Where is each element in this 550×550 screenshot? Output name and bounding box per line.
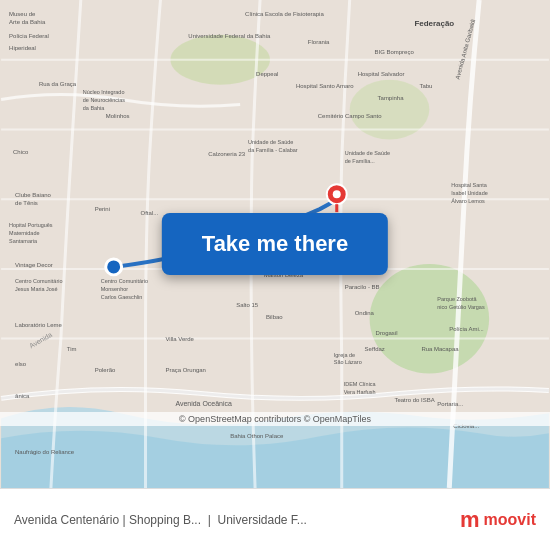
svg-text:Federação: Federação [414, 19, 454, 28]
svg-text:Rua da Graça: Rua da Graça [39, 81, 77, 87]
svg-text:Rua Macapaa: Rua Macapaa [421, 346, 459, 352]
svg-point-1 [370, 264, 490, 374]
svg-text:Perini: Perini [95, 206, 110, 212]
separator: | [208, 513, 211, 527]
map-container: Federação Museu de Arte da Bahia Polícia… [0, 0, 550, 488]
svg-text:Florania: Florania [308, 39, 330, 45]
svg-text:Avenida Oceânica: Avenida Oceânica [175, 400, 232, 407]
map-attribution: © OpenStreetMap contributors © OpenMapTi… [0, 412, 550, 426]
svg-text:Hospital Santa: Hospital Santa [451, 182, 488, 188]
svg-text:Polerão: Polerão [95, 367, 116, 373]
svg-text:de Neurociências: de Neurociências [83, 97, 126, 103]
svg-text:Monsenhor: Monsenhor [101, 286, 129, 292]
svg-text:Centro Comunitário: Centro Comunitário [101, 278, 148, 284]
svg-text:São Lázaro: São Lázaro [334, 360, 362, 366]
svg-text:Isabel Unidade: Isabel Unidade [451, 190, 487, 196]
svg-text:Jesus Maria José: Jesus Maria José [15, 286, 58, 292]
svg-text:Clube Baiano: Clube Baiano [15, 192, 52, 198]
svg-text:Hospital Santo Amaro: Hospital Santo Amaro [296, 83, 354, 89]
svg-text:Drogasil: Drogasil [376, 330, 398, 336]
svg-text:Arte da Bahia: Arte da Bahia [9, 19, 46, 25]
svg-text:Unidade de Saúde: Unidade de Saúde [345, 150, 390, 156]
svg-text:Cemitério Campo Santo: Cemitério Campo Santo [318, 113, 382, 119]
svg-text:Álvaro Lemos: Álvaro Lemos [451, 198, 485, 204]
svg-text:Museu de: Museu de [9, 11, 36, 17]
svg-text:da Família - Calabar: da Família - Calabar [248, 147, 298, 153]
svg-text:Molinhos: Molinhos [106, 113, 130, 119]
svg-point-4 [106, 259, 122, 275]
app: Federação Museu de Arte da Bahia Polícia… [0, 0, 550, 550]
moovit-logo-text: moovit [484, 511, 536, 529]
take-me-there-button[interactable]: Take me there [162, 213, 388, 275]
svg-text:IDEM Clínica: IDEM Clínica [344, 381, 377, 387]
svg-text:Paracilo - BB: Paracilo - BB [345, 284, 380, 290]
svg-text:da Bahia: da Bahia [83, 105, 106, 111]
svg-text:Chico: Chico [13, 149, 29, 155]
svg-text:Calzoneria 23: Calzoneria 23 [208, 151, 246, 157]
svg-text:Polícia Ami...: Polícia Ami... [449, 326, 484, 332]
svg-text:Villa Verde: Villa Verde [165, 336, 194, 342]
from-location-text: Avenida Centenário | Shopping B... [14, 513, 201, 527]
svg-text:Praça Orungan: Praça Orungan [165, 367, 205, 373]
svg-text:Parque Zoobotâ: Parque Zoobotâ [437, 296, 477, 302]
svg-text:Maternidade: Maternidade [9, 230, 39, 236]
svg-text:Laboratório Leme: Laboratório Leme [15, 322, 62, 328]
svg-text:Santamaria: Santamaria [9, 238, 38, 244]
svg-text:Centro Comunitário: Centro Comunitário [15, 278, 62, 284]
svg-text:Seffdaz: Seffdaz [365, 346, 385, 352]
svg-point-6 [333, 190, 341, 198]
moovit-logo: m moovit [460, 507, 536, 533]
svg-text:Teatro do ISBA: Teatro do ISBA [395, 397, 435, 403]
svg-text:Vintage Decor: Vintage Decor [15, 262, 53, 268]
svg-text:Tim: Tim [67, 346, 77, 352]
bottom-bar: Avenida Centenário | Shopping B... | Uni… [0, 488, 550, 550]
svg-text:elso: elso [15, 361, 27, 367]
svg-text:Hiperideal: Hiperideal [9, 45, 36, 51]
from-location: Avenida Centenário | Shopping B... | Uni… [14, 513, 450, 527]
svg-text:Tampinha: Tampinha [378, 95, 405, 101]
svg-text:Hospital Salvador: Hospital Salvador [358, 71, 405, 77]
svg-text:Vera Harfush: Vera Harfush [344, 389, 376, 395]
svg-text:Deppeal: Deppeal [256, 71, 278, 77]
svg-text:Portaria...: Portaria... [437, 401, 463, 407]
svg-text:Igreja de: Igreja de [334, 352, 355, 358]
moovit-logo-m: m [460, 507, 480, 533]
svg-text:Bahia Othon Palace: Bahia Othon Palace [230, 433, 284, 439]
svg-text:Salto 15: Salto 15 [236, 302, 259, 308]
svg-text:de Família...: de Família... [345, 158, 376, 164]
svg-text:Polícia Federal: Polícia Federal [9, 33, 49, 39]
svg-text:Bilbao: Bilbao [266, 314, 283, 320]
svg-text:Carlos Gaeschlin: Carlos Gaeschlin [101, 294, 143, 300]
svg-text:Tabu: Tabu [419, 83, 432, 89]
svg-text:Núcleo Integrado: Núcleo Integrado [83, 89, 125, 95]
svg-text:Oftal...: Oftal... [141, 210, 159, 216]
svg-text:Naufrágio do Reliance: Naufrágio do Reliance [15, 449, 75, 455]
svg-text:ânica: ânica [15, 393, 30, 399]
destination-info: Avenida Centenário | Shopping B... | Uni… [14, 513, 450, 527]
svg-text:Hopital Português: Hopital Português [9, 222, 53, 228]
svg-text:Universidade Federal da Bahia: Universidade Federal da Bahia [188, 33, 271, 39]
svg-text:Clínica Escola de Fisioterapia: Clínica Escola de Fisioterapia [245, 11, 324, 17]
svg-text:Ondina: Ondina [355, 310, 375, 316]
to-location-text: Universidade F... [218, 513, 307, 527]
svg-text:Unidade de Saúde: Unidade de Saúde [248, 139, 293, 145]
svg-text:nico Getúlio Vargas: nico Getúlio Vargas [437, 304, 485, 310]
svg-text:de Tênis: de Tênis [15, 200, 38, 206]
svg-text:BIG Bompreço: BIG Bompreço [375, 49, 415, 55]
